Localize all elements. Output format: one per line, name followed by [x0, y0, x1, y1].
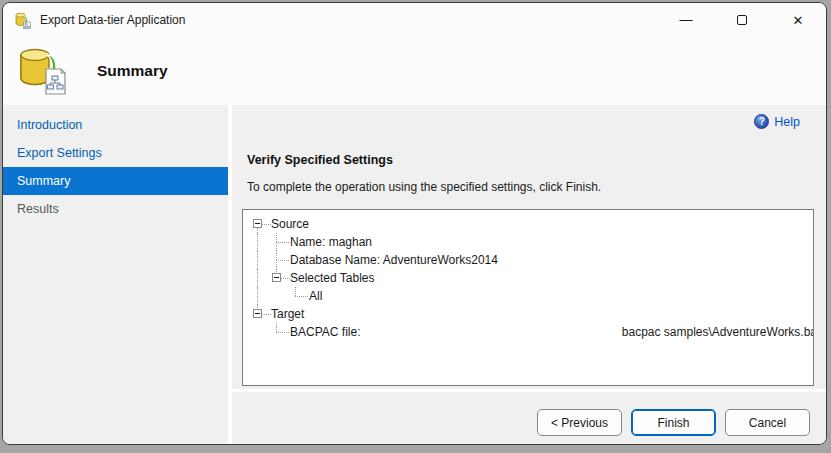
- tree-guide-line: [257, 287, 258, 305]
- help-label: Help: [774, 115, 800, 129]
- tree-node-label: Selected Tables: [290, 269, 375, 287]
- tree-node-label: BACPAC file:: [290, 323, 360, 341]
- close-icon: ✕: [793, 13, 804, 28]
- tree-row[interactable]: BACPAC file:bacpac samples\AdventureWork…: [243, 323, 813, 341]
- footer-button-bar: < PreviousFinishCancel: [232, 392, 826, 444]
- tree-node-value: bacpac samples\AdventureWorks.ba: [622, 323, 814, 341]
- minus-glyph: [274, 277, 279, 278]
- tree-row[interactable]: Source: [243, 215, 813, 233]
- tree-collapse-icon[interactable]: [272, 273, 281, 282]
- minimize-button[interactable]: —: [658, 3, 714, 37]
- titlebar: Export Data-tier Application — ✕: [3, 3, 826, 37]
- tree-guide-line: [276, 242, 289, 243]
- wizard-header: Summary: [3, 37, 826, 105]
- tree-collapse-icon[interactable]: [253, 219, 262, 228]
- database-export-icon-large: [16, 45, 68, 97]
- database-export-icon: [14, 11, 32, 29]
- minimize-icon: —: [680, 3, 693, 37]
- window-title: Export Data-tier Application: [40, 13, 185, 27]
- maximize-button[interactable]: [714, 3, 770, 37]
- finish-button[interactable]: Finish: [631, 409, 716, 436]
- main-panel: ? Help Verify Specified Settings To comp…: [232, 105, 826, 444]
- tree-row[interactable]: Name: maghan: [243, 233, 813, 251]
- previous-button[interactable]: < Previous: [537, 409, 622, 436]
- help-icon: ?: [754, 114, 769, 129]
- tree-row[interactable]: Selected Tables: [243, 269, 813, 287]
- instruction-text: To complete the operation using the spec…: [247, 180, 826, 194]
- tree-guide-line: [257, 269, 258, 287]
- help-link[interactable]: ? Help: [754, 114, 800, 129]
- tree-guide-line: [295, 287, 296, 296]
- tree-guide-line: [257, 251, 258, 269]
- tree-node-label: Source: [271, 215, 309, 233]
- tree-guide-line: [276, 323, 277, 332]
- sidebar-item-results[interactable]: Results: [3, 195, 228, 223]
- tree-guide-line: [281, 278, 290, 279]
- cancel-button[interactable]: Cancel: [725, 409, 810, 436]
- tree-row[interactable]: All: [243, 287, 813, 305]
- tree-guide-line: [276, 251, 277, 260]
- sidebar-item-introduction[interactable]: Introduction: [3, 111, 228, 139]
- page-title: Summary: [97, 62, 168, 80]
- tree-guide-line: [262, 314, 271, 315]
- tree-guide-line: [257, 233, 258, 251]
- tree-row[interactable]: Database Name: AdventureWorks2014: [243, 251, 813, 269]
- dialog-body: IntroductionExport SettingsSummaryResult…: [3, 105, 826, 444]
- export-data-tier-application-dialog: Export Data-tier Application — ✕ Summary: [2, 2, 827, 445]
- minus-glyph: [255, 313, 260, 314]
- settings-tree[interactable]: SourceName: maghanDatabase Name: Adventu…: [242, 209, 814, 386]
- tree-collapse-icon[interactable]: [253, 309, 262, 318]
- close-button[interactable]: ✕: [770, 3, 826, 37]
- sidebar-item-export-settings[interactable]: Export Settings: [3, 139, 228, 167]
- tree-guide-line: [276, 260, 289, 261]
- tree-node-label: Target: [271, 305, 304, 323]
- summary-content: ? Help Verify Specified Settings To comp…: [232, 105, 826, 389]
- tree-guide-line: [262, 224, 271, 225]
- sidebar-item-summary[interactable]: Summary: [3, 167, 228, 195]
- verify-settings-heading: Verify Specified Settings: [247, 153, 826, 167]
- tree-guide-line: [276, 233, 277, 242]
- sidebar-nav: IntroductionExport SettingsSummaryResult…: [3, 105, 228, 444]
- tree-node-label: All: [309, 287, 322, 305]
- tree-node-label: Name: maghan: [290, 233, 372, 251]
- tree-guide-line: [276, 242, 277, 251]
- minus-glyph: [255, 223, 260, 224]
- tree-guide-line: [276, 332, 289, 333]
- tree-guide-line: [276, 260, 277, 269]
- tree-row[interactable]: Target: [243, 305, 813, 323]
- tree-node-label: Database Name: AdventureWorks2014: [290, 251, 498, 269]
- tree-guide-line: [295, 296, 308, 297]
- maximize-icon: [737, 15, 747, 25]
